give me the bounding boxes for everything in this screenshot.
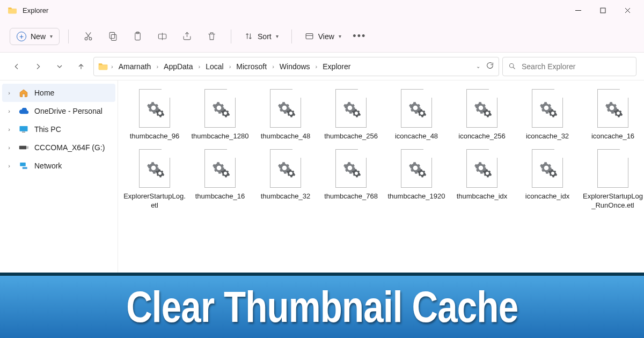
file-item[interactable]: thumbcache_1920 — [385, 148, 448, 210]
file-item[interactable]: thumbcache_1280 — [189, 88, 251, 141]
svg-rect-0 — [601, 8, 605, 13]
separator — [68, 30, 69, 43]
file-item[interactable]: iconcache_256 — [451, 88, 513, 141]
file-item[interactable]: iconcache_16 — [582, 88, 644, 141]
breadcrumb[interactable]: Amarnath — [116, 61, 153, 72]
file-item[interactable]: thumbcache_96 — [123, 88, 186, 141]
file-thumbnail — [596, 148, 630, 189]
chevron-right-icon: › — [5, 163, 13, 169]
paste-button[interactable] — [127, 26, 148, 47]
file-name: iconcache_idx — [516, 192, 579, 201]
gear-icon — [408, 101, 422, 117]
file-thumbnail — [334, 88, 368, 129]
file-item[interactable]: iconcache_idx — [516, 148, 579, 210]
up-button[interactable] — [72, 57, 90, 76]
sidebar-item-onedrive[interactable]: › OneDrive - Personal — [0, 102, 118, 120]
file-name: thumbcache_32 — [254, 192, 317, 201]
gear-icon — [343, 101, 357, 117]
file-item[interactable]: ExplorerStartupLog_RunOnce.etl — [582, 148, 644, 210]
breadcrumb[interactable]: Microsoft — [234, 61, 269, 72]
chevron-down-icon: ▾ — [50, 33, 53, 39]
view-label: View — [318, 32, 334, 41]
sidebar: › Home › OneDrive - Personal › This PC ›… — [0, 80, 118, 273]
gear-icon — [343, 161, 357, 177]
file-name: iconcache_256 — [451, 132, 513, 141]
file-thumbnail — [465, 148, 499, 189]
svg-point-9 — [510, 64, 514, 68]
share-button[interactable] — [176, 26, 197, 47]
breadcrumb[interactable]: Windows — [277, 61, 312, 72]
usb-drive-icon — [18, 142, 29, 153]
file-item[interactable]: thumbcache_768 — [320, 148, 382, 210]
gear-icon — [147, 161, 160, 177]
address-dropdown[interactable]: ⌄ — [473, 63, 484, 69]
cloud-icon — [18, 106, 29, 116]
close-button[interactable] — [615, 0, 640, 20]
svg-point-2 — [89, 38, 92, 40]
address-bar[interactable]: › Amarnath › AppData › Local › Microsoft… — [93, 57, 499, 76]
file-thumbnail — [465, 88, 499, 129]
file-thumbnail — [530, 148, 565, 189]
file-item[interactable]: thumbcache_idx — [451, 148, 513, 210]
file-thumbnail — [137, 148, 172, 189]
file-item[interactable]: iconcache_48 — [385, 88, 448, 141]
chevron-right-icon: › — [271, 63, 275, 70]
cut-button[interactable] — [77, 26, 99, 47]
chevron-right-icon: › — [155, 63, 159, 70]
new-button[interactable]: + New ▾ — [10, 28, 60, 45]
forward-button[interactable] — [29, 57, 47, 76]
window-title: Explorer — [23, 6, 48, 14]
chevron-down-icon: ▾ — [339, 33, 341, 39]
copy-button[interactable] — [102, 26, 123, 47]
more-button[interactable]: ••• — [349, 26, 370, 47]
sidebar-item-label: CCCOMA_X64F (G:) — [34, 143, 105, 152]
new-label: New — [31, 32, 46, 41]
file-thumbnail — [399, 148, 434, 189]
breadcrumb[interactable]: Local — [203, 61, 225, 72]
search-input[interactable] — [522, 62, 631, 71]
refresh-button[interactable] — [486, 61, 494, 71]
file-item[interactable]: ExplorerStartupLog.etl — [123, 148, 186, 210]
chevron-right-icon: › — [228, 63, 232, 70]
home-icon — [18, 87, 29, 98]
sort-button[interactable]: Sort ▾ — [240, 28, 283, 44]
svg-rect-14 — [20, 163, 26, 166]
file-thumbnail — [203, 148, 237, 189]
file-thumbnail — [203, 88, 237, 129]
separator — [231, 30, 231, 43]
maximize-button[interactable] — [590, 0, 615, 20]
view-button[interactable]: View ▾ — [301, 28, 346, 44]
svg-rect-4 — [109, 32, 115, 38]
gear-icon — [605, 101, 619, 117]
sidebar-item-home[interactable]: › Home — [2, 84, 115, 102]
rename-button[interactable] — [151, 26, 173, 47]
sidebar-item-drive[interactable]: › CCCOMA_X64F (G:) — [0, 138, 118, 157]
delete-button[interactable] — [201, 26, 222, 47]
gear-icon — [147, 101, 160, 117]
file-item[interactable]: thumbcache_48 — [254, 88, 317, 141]
recent-button[interactable] — [50, 57, 69, 76]
breadcrumb[interactable]: AppData — [162, 61, 195, 72]
minimize-button[interactable] — [566, 0, 590, 20]
sidebar-item-network[interactable]: › Network — [0, 157, 118, 175]
chevron-right-icon: › — [5, 126, 13, 133]
folder-icon — [8, 6, 17, 14]
file-item[interactable]: iconcache_32 — [516, 88, 579, 141]
toolbar: + New ▾ Sort ▾ View ▾ ••• — [0, 20, 644, 53]
back-button[interactable] — [8, 57, 26, 76]
view-icon — [305, 32, 314, 41]
sidebar-item-thispc[interactable]: › This PC — [0, 120, 118, 138]
svg-rect-10 — [20, 126, 28, 131]
chevron-right-icon: › — [110, 63, 114, 70]
file-thumbnail — [137, 88, 172, 129]
file-item[interactable]: thumbcache_16 — [189, 148, 251, 210]
search-box[interactable] — [502, 57, 636, 76]
file-thumbnail — [399, 88, 434, 129]
breadcrumb[interactable]: Explorer — [320, 61, 353, 72]
file-item[interactable]: thumbcache_256 — [320, 88, 382, 141]
folder-icon — [98, 62, 108, 70]
gear-icon — [212, 101, 226, 117]
gear-icon — [474, 161, 488, 177]
file-item[interactable]: thumbcache_32 — [254, 148, 317, 210]
sidebar-item-label: Network — [34, 161, 62, 170]
